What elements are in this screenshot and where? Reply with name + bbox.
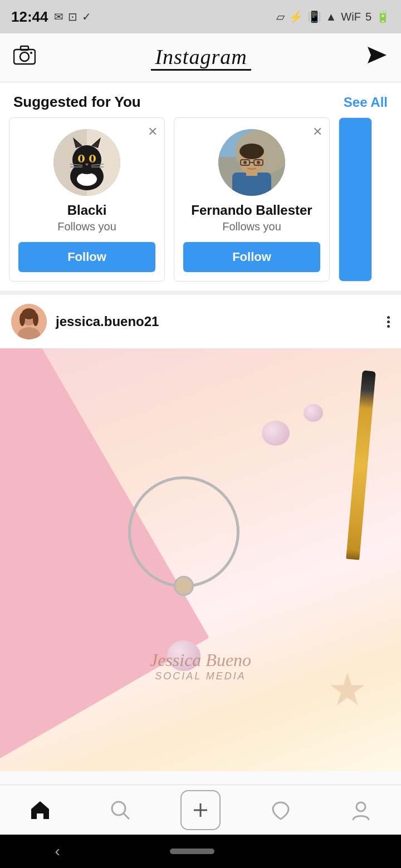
post-image[interactable]: ♥ Jessica Bueno SOCIAL MEDIA ★ (0, 348, 401, 771)
svg-rect-2 (21, 46, 28, 50)
fernando-subtitle: Follows you (222, 220, 281, 233)
svg-point-10 (77, 172, 97, 186)
suggested-title: Suggested for You (13, 93, 141, 111)
suggested-header: Suggested for You See All (0, 82, 401, 117)
svg-point-37 (243, 161, 247, 164)
post-watermark: Jessica Bueno SOCIAL MEDIA (150, 650, 251, 682)
fernando-avatar (218, 129, 285, 196)
bottom-navigation (0, 785, 401, 835)
signal-status-icon: ▲ (326, 11, 337, 23)
nav-new-post-button[interactable] (178, 793, 223, 827)
stone-decoration-2 (304, 404, 323, 422)
suggestion-card-partial (339, 117, 372, 282)
camera-button[interactable] (13, 45, 36, 70)
close-blacki-button[interactable]: ✕ (148, 125, 158, 139)
watermark-subtitle: SOCIAL MEDIA (150, 670, 251, 682)
dot3 (387, 325, 390, 328)
suggestion-card-fernando: ✕ (174, 117, 330, 282)
post-username[interactable]: jessica.bueno21 (56, 314, 378, 329)
blacki-name: Blacki (67, 203, 107, 218)
app-logo: Instagram (155, 45, 247, 69)
svg-marker-4 (368, 47, 387, 63)
top-navigation: Instagram (0, 33, 401, 82)
suggestion-cards-scroll: ✕ (0, 117, 401, 295)
logo-container: Instagram (36, 45, 366, 71)
vibrate-status-icon: 📳 (307, 10, 321, 23)
svg-point-33 (239, 144, 264, 159)
post-avatar[interactable] (11, 304, 47, 339)
post-header: jessica.bueno21 (0, 295, 401, 348)
nav-activity-button[interactable] (258, 793, 303, 827)
svg-line-46 (124, 813, 129, 819)
direct-message-button[interactable] (366, 46, 388, 70)
svg-point-1 (20, 52, 29, 61)
nav-search-button[interactable] (98, 793, 143, 827)
status-bar: 12:44 ✉ ⊡ ✓ ▱ ⚡ 📳 ▲ WiF 5 🔋 (0, 0, 401, 33)
follow-blacki-button[interactable]: Follow (18, 242, 155, 272)
fernando-name: Fernando Ballester (191, 203, 312, 218)
blacki-subtitle: Follows you (57, 220, 116, 233)
svg-point-19 (91, 155, 94, 162)
suggestion-card-blacki: ✕ (9, 117, 165, 282)
svg-rect-30 (232, 172, 271, 196)
svg-point-43 (19, 313, 25, 326)
check-status-icon: ✓ (82, 10, 91, 23)
close-fernando-button[interactable]: ✕ (312, 125, 322, 139)
status-time: 12:44 (11, 8, 48, 26)
bracelet-decoration (128, 476, 239, 588)
android-home-indicator[interactable] (170, 849, 214, 854)
battery-status-icon: 🔋 (376, 10, 390, 23)
android-navigation: ‹ (0, 835, 401, 868)
svg-point-11 (72, 145, 101, 174)
android-back-button[interactable]: ‹ (55, 842, 60, 860)
network-status-icon: 5 (365, 11, 371, 23)
watermark-name: Jessica Bueno (150, 650, 251, 670)
svg-point-38 (257, 161, 260, 164)
svg-point-49 (356, 802, 365, 811)
plus-icon (180, 790, 221, 830)
post-container: jessica.bueno21 ♥ Jessica Bueno SOCIAL M… (0, 295, 401, 771)
svg-point-45 (112, 802, 125, 815)
svg-point-44 (33, 313, 38, 326)
star-decoration: ★ (327, 664, 368, 716)
bracelet-charm (174, 576, 194, 596)
camera-status-icon: ⊡ (68, 10, 77, 23)
blacki-avatar (53, 129, 120, 196)
msg-status-icon: ✉ (54, 10, 63, 23)
follow-fernando-button[interactable]: Follow (183, 242, 320, 272)
bluetooth-status-icon: ⚡ (289, 10, 303, 23)
pen-decoration (346, 371, 376, 560)
nav-home-button[interactable] (18, 793, 62, 827)
logo-underline (151, 69, 251, 71)
nav-profile-button[interactable] (339, 793, 383, 827)
dot1 (387, 316, 390, 319)
dot2 (387, 320, 390, 323)
svg-point-18 (80, 155, 82, 162)
cast-status-icon: ▱ (276, 10, 285, 23)
stone-decoration-1 (262, 421, 290, 446)
svg-point-3 (30, 52, 32, 54)
wifi-status-icon: WiF (341, 11, 361, 23)
see-all-button[interactable]: See All (344, 95, 388, 110)
post-more-button[interactable] (387, 316, 390, 328)
